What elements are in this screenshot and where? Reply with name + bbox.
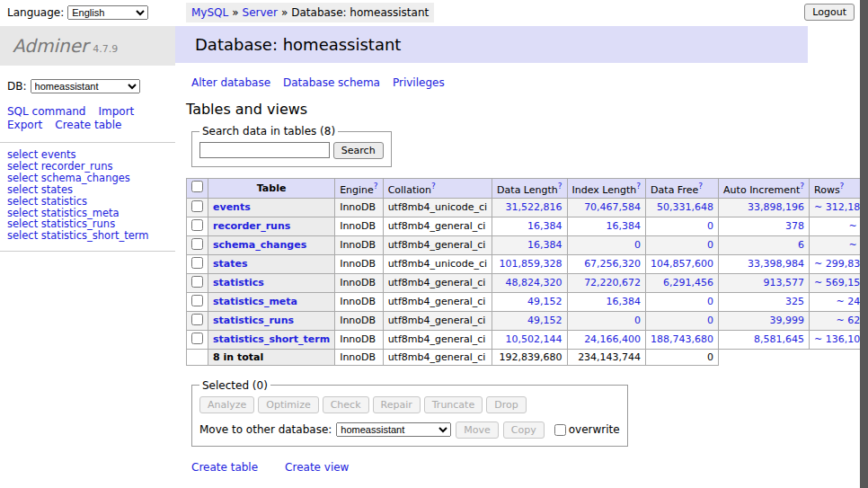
sidebar-action-link[interactable]: Create table	[55, 119, 121, 132]
sidebar-action-link[interactable]: Export	[7, 119, 42, 132]
index-length-cell[interactable]: 0	[567, 311, 646, 330]
database-action-link[interactable]: Privileges	[393, 76, 445, 89]
rows-count-cell[interactable]: ~ 5	[810, 217, 861, 235]
sidebar-select-link[interactable]: select statistics	[7, 196, 168, 208]
row-checkbox[interactable]	[191, 200, 203, 212]
scrollbar-thumb[interactable]	[860, 0, 868, 488]
table-name-link[interactable]: states	[213, 258, 248, 270]
row-checkbox[interactable]	[191, 314, 203, 325]
selected-action-button[interactable]: Truncate	[424, 396, 483, 413]
sidebar-action-link[interactable]: SQL command	[7, 105, 85, 119]
auto-increment-cell[interactable]: 33,398,984	[719, 254, 810, 273]
selected-action-button[interactable]: Optimize	[258, 396, 318, 413]
sidebar-select-link[interactable]: select recorder_runs	[7, 161, 168, 173]
vertical-scrollbar[interactable]	[860, 0, 868, 488]
rows-count-cell[interactable]: ~ 628	[810, 311, 861, 330]
auto-increment-cell[interactable]: 6	[719, 235, 810, 254]
row-checkbox[interactable]	[191, 238, 203, 250]
row-checkbox[interactable]	[191, 295, 203, 306]
data-length-cell[interactable]: 16,384	[492, 235, 567, 254]
data-free-cell[interactable]: 104,857,600	[646, 254, 719, 273]
sidebar-select-link[interactable]: select states	[7, 184, 168, 196]
row-checkbox-cell	[187, 330, 208, 349]
rows-count-cell[interactable]: ~ 244	[810, 292, 861, 311]
row-checkbox[interactable]	[191, 257, 203, 269]
adminer-logo[interactable]: Adminer	[13, 35, 88, 57]
index-length-cell[interactable]: 16,384	[567, 217, 646, 235]
data-free-cell[interactable]: 50,331,648	[646, 198, 719, 217]
data-length-cell[interactable]: 48,824,320	[492, 273, 567, 292]
rows-count-cell[interactable]: ~ 312,180	[810, 198, 861, 217]
db-select[interactable]: homeassistant	[31, 79, 140, 93]
data-length-cell[interactable]: 101,859,328	[492, 254, 567, 273]
column-help-link[interactable]: ?	[698, 182, 703, 191]
column-help-link[interactable]: ?	[636, 182, 641, 191]
data-length-cell[interactable]: 31,522,816	[492, 198, 567, 217]
auto-increment-cell[interactable]: 913,577	[719, 273, 810, 292]
rows-count-cell[interactable]: ~ 569,159	[810, 273, 861, 292]
table-name-link[interactable]: recorder_runs	[213, 220, 290, 232]
data-length-cell[interactable]: 49,152	[492, 311, 567, 330]
table-name-link[interactable]: statistics_short_term	[213, 333, 330, 345]
selected-action-button[interactable]: Check	[323, 396, 369, 413]
database-action-link[interactable]: Database schema	[283, 76, 380, 89]
column-help-link[interactable]: ?	[800, 182, 804, 191]
overwrite-checkbox[interactable]	[554, 424, 566, 436]
auto-increment-cell[interactable]: 33,898,196	[719, 198, 810, 217]
selected-action-button[interactable]: Analyze	[199, 396, 254, 413]
selected-action-button[interactable]: Repair	[373, 396, 421, 413]
table-name-link[interactable]: schema_changes	[213, 239, 306, 251]
move-database-select[interactable]: homeassistant	[336, 422, 451, 437]
data-free-cell[interactable]: 188,743,680	[646, 330, 719, 349]
move-button[interactable]: Move	[456, 421, 499, 439]
index-length-cell[interactable]: 67,256,320	[567, 254, 646, 273]
breadcrumb-link-server[interactable]: Server	[243, 6, 278, 19]
data-free-cell[interactable]: 0	[646, 292, 719, 311]
table-name-link[interactable]: statistics_meta	[213, 296, 297, 307]
data-free-cell[interactable]: 6,291,456	[646, 273, 719, 292]
index-length-cell[interactable]: 70,467,584	[567, 198, 646, 217]
index-length-cell[interactable]: 72,220,672	[567, 273, 646, 292]
table-name-link[interactable]: events	[213, 201, 251, 213]
data-free-cell[interactable]: 0	[646, 235, 719, 254]
sidebar-select-link[interactable]: select schema_changes	[7, 173, 168, 184]
breadcrumb-link-mysql[interactable]: MySQL	[191, 6, 228, 19]
column-help-link[interactable]: ?	[840, 182, 845, 191]
auto-increment-cell[interactable]: 39,999	[719, 311, 810, 330]
table-name-link[interactable]: statistics_runs	[213, 315, 294, 326]
select-all-checkbox[interactable]	[191, 181, 203, 192]
rows-count-cell[interactable]: ~ 136,108	[810, 330, 861, 349]
data-free-cell[interactable]: 0	[646, 217, 719, 235]
index-length-cell[interactable]: 24,166,400	[567, 330, 646, 349]
row-checkbox[interactable]	[191, 276, 203, 288]
search-input[interactable]	[199, 142, 330, 158]
column-help-link[interactable]: ?	[374, 182, 378, 191]
rows-count-cell[interactable]: ~ 3	[810, 235, 861, 254]
search-button[interactable]: Search	[333, 142, 384, 159]
create-link[interactable]: Create view	[285, 461, 349, 474]
language-select[interactable]: English	[67, 5, 148, 20]
database-action-link[interactable]: Alter database	[191, 76, 270, 89]
data-free-cell[interactable]: 0	[646, 311, 719, 330]
auto-increment-cell[interactable]: 378	[719, 217, 810, 235]
data-length-cell[interactable]: 49,152	[492, 292, 567, 311]
create-link[interactable]: Create table	[191, 461, 258, 474]
sidebar-action-link[interactable]: Import	[98, 105, 134, 119]
index-length-cell[interactable]: 16,384	[567, 292, 646, 311]
copy-button[interactable]: Copy	[503, 421, 545, 439]
auto-increment-cell[interactable]: 8,581,645	[719, 330, 810, 349]
data-length-cell[interactable]: 16,384	[492, 217, 567, 235]
column-help-link[interactable]: ?	[558, 182, 562, 191]
row-checkbox[interactable]	[191, 333, 203, 344]
rows-count-cell[interactable]: ~ 299,833	[810, 254, 861, 273]
table-name-link[interactable]: statistics	[213, 277, 264, 288]
index-length-cell[interactable]: 0	[567, 235, 646, 254]
data-length-cell[interactable]: 10,502,144	[492, 330, 567, 349]
auto-increment-cell[interactable]: 325	[719, 292, 810, 311]
selected-action-button[interactable]: Drop	[486, 396, 526, 413]
sidebar-select-link[interactable]: select statistics_short_term	[7, 230, 168, 242]
sidebar-select-link[interactable]: select events	[7, 149, 168, 161]
row-checkbox[interactable]	[191, 219, 203, 231]
logo-band: Adminer4.7.9	[0, 26, 175, 66]
column-help-link[interactable]: ?	[431, 182, 436, 191]
